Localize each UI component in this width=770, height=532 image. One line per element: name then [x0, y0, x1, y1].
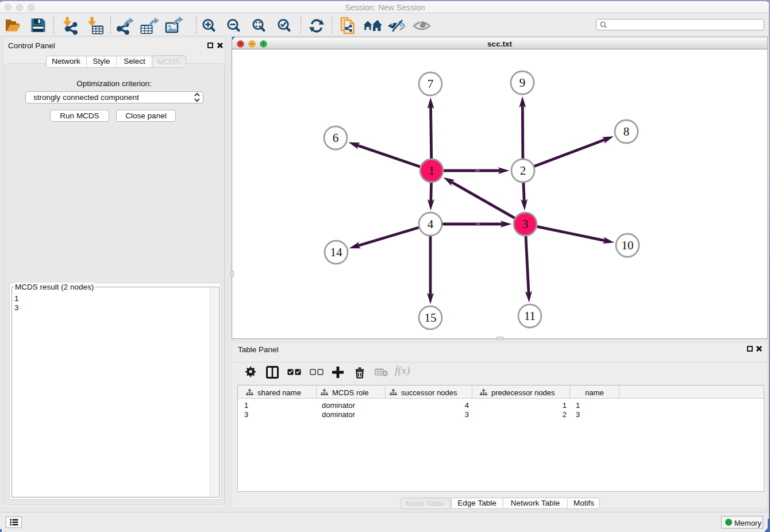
svg-text:3: 3: [522, 217, 529, 231]
svg-text:11: 11: [524, 309, 536, 323]
svg-text:9: 9: [519, 76, 526, 90]
svg-text:14: 14: [330, 245, 343, 259]
svg-text:8: 8: [623, 125, 630, 138]
svg-text:1: 1: [429, 164, 435, 178]
svg-text:10: 10: [622, 238, 634, 252]
svg-text:4: 4: [428, 217, 434, 231]
svg-text:15: 15: [425, 311, 437, 325]
svg-text:6: 6: [333, 131, 339, 145]
svg-text:2: 2: [520, 164, 526, 178]
svg-text:7: 7: [428, 77, 434, 91]
